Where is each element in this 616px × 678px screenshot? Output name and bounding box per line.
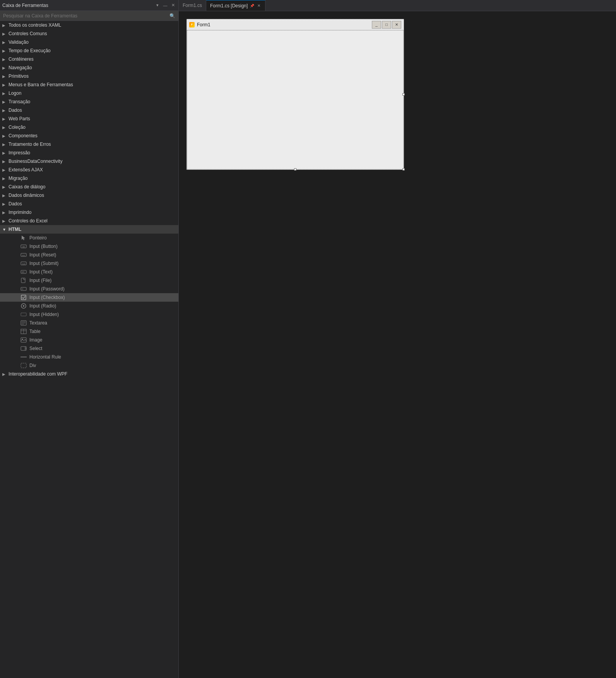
search-input[interactable] xyxy=(0,11,178,21)
category-label: Extensões AJAX xyxy=(9,167,43,172)
category-label: Tratamento de Erros xyxy=(9,142,51,147)
chevron-right-icon: ▶ xyxy=(2,193,7,198)
item-image[interactable]: Image xyxy=(0,336,178,344)
category-label: Primitivos xyxy=(9,73,29,79)
item-input-radio[interactable]: Input (Radio) xyxy=(0,302,178,310)
category-todos-xaml[interactable]: ▶ Todos os controles XAML xyxy=(0,21,178,29)
category-extensoes-ajax[interactable]: ▶ Extensões AJAX xyxy=(0,166,178,174)
category-label: Interoperabilidade com WPF xyxy=(9,371,67,377)
form-restore-button[interactable]: □ xyxy=(382,21,391,29)
category-label: Controles do Excel xyxy=(9,218,48,224)
item-input-submit[interactable]: SUB Input (Submit) xyxy=(0,259,178,268)
tab-form1-cs[interactable]: Form1.cs xyxy=(179,0,206,11)
chevron-right-icon: ▶ xyxy=(2,125,7,130)
pointer-icon xyxy=(20,235,27,241)
category-menus-barra[interactable]: ▶ Menus e Barra de Ferramentas xyxy=(0,80,178,89)
item-ponteiro[interactable]: Ponteiro xyxy=(0,234,178,242)
item-input-text[interactable]: ab| Input (Text) xyxy=(0,268,178,276)
chevron-right-icon: ▶ xyxy=(2,57,7,61)
tab-form1-design[interactable]: Form1.cs [Design] 📌 ✕ xyxy=(206,0,265,11)
item-input-text-label: Input (Text) xyxy=(29,269,53,275)
category-componentes[interactable]: ▶ Componentes xyxy=(0,132,178,140)
chevron-right-icon: ▶ xyxy=(2,142,7,147)
chevron-right-icon: ▶ xyxy=(2,176,7,181)
category-label: Contêineres xyxy=(9,56,34,62)
textarea-icon xyxy=(20,320,27,326)
item-input-button[interactable]: OK Input (Button) xyxy=(0,242,178,251)
category-primitivos[interactable]: ▶ Primitivos xyxy=(0,72,178,80)
form-body[interactable] xyxy=(187,30,404,169)
toolbox-close-button[interactable]: ✕ xyxy=(170,2,176,9)
chevron-right-icon: ▶ xyxy=(2,23,7,27)
category-label: Coleção xyxy=(9,125,26,130)
resize-handle-bottom-right[interactable] xyxy=(402,168,405,171)
toolbox-minimize-button[interactable]: — xyxy=(162,2,168,9)
category-dados[interactable]: ▶ Dados xyxy=(0,106,178,114)
item-table[interactable]: Table xyxy=(0,327,178,336)
item-div-label: Div xyxy=(29,363,36,368)
toolbox-pin-button[interactable]: ▾ xyxy=(154,2,161,9)
chevron-right-icon: ▶ xyxy=(2,151,7,155)
category-dados-dinamicos[interactable]: ▶ Dados dinâmicos xyxy=(0,191,178,200)
category-label: Navegação xyxy=(9,65,32,70)
category-label: Componentes xyxy=(9,133,38,138)
item-div[interactable]: Div xyxy=(0,361,178,370)
category-label: Caixas de diálogo xyxy=(9,184,45,190)
section-html-label: HTML xyxy=(9,227,21,232)
category-caixas-dialogo[interactable]: ▶ Caixas de diálogo xyxy=(0,183,178,191)
item-input-hidden[interactable]: Input (Hidden) xyxy=(0,310,178,319)
category-migracao[interactable]: ▶ Migração xyxy=(0,174,178,183)
category-controles-excel[interactable]: ▶ Controles do Excel xyxy=(0,217,178,225)
category-interoperabilidade[interactable]: ▶ Interoperabilidade com WPF xyxy=(0,370,178,378)
item-input-password-label: Input (Password) xyxy=(29,286,65,292)
resize-handle-bottom-center[interactable] xyxy=(294,168,296,171)
toolbox-list: ▶ Todos os controles XAML ▶ Controles Co… xyxy=(0,21,178,678)
category-validacao[interactable]: ▶ Validação xyxy=(0,38,178,46)
item-input-password[interactable]: •• Input (Password) xyxy=(0,285,178,293)
item-input-radio-label: Input (Radio) xyxy=(29,303,56,309)
category-imprimindo[interactable]: ▶ Imprimindo xyxy=(0,208,178,217)
item-input-reset[interactable]: RST Input (Reset) xyxy=(0,251,178,259)
resize-handle-right-center[interactable] xyxy=(402,93,405,96)
toolbox-titlebar: Caixa de Ferramentas ▾ — ✕ xyxy=(0,0,178,11)
category-conteineres[interactable]: ▶ Contêineres xyxy=(0,55,178,63)
table-icon xyxy=(20,328,27,335)
category-label: Tempo de Execução xyxy=(9,48,51,53)
form-window: F Form1 _ □ ✕ xyxy=(187,19,404,170)
chevron-right-icon: ▶ xyxy=(2,49,7,53)
category-impressao[interactable]: ▶ Impressão xyxy=(0,149,178,157)
form-container: F Form1 _ □ ✕ xyxy=(187,19,404,170)
category-web-parts[interactable]: ▶ Web Parts xyxy=(0,114,178,123)
tab-close-button[interactable]: ✕ xyxy=(257,3,261,8)
item-horizontal-rule-label: Horizontal Rule xyxy=(29,354,61,360)
category-label: Controles Comuns xyxy=(9,31,47,36)
item-input-file-label: Input (File) xyxy=(29,278,51,283)
category-business-data[interactable]: ▶ BusinessDataConnectivity xyxy=(0,157,178,166)
form-close-button[interactable]: ✕ xyxy=(392,21,401,29)
item-select[interactable]: Select xyxy=(0,344,178,353)
checkbox-icon xyxy=(20,294,27,301)
chevron-right-icon: ▶ xyxy=(2,168,7,172)
category-colecao[interactable]: ▶ Coleção xyxy=(0,123,178,132)
item-textarea-label: Textarea xyxy=(29,320,47,326)
category-controles-comuns[interactable]: ▶ Controles Comuns xyxy=(0,29,178,38)
design-surface[interactable]: F Form1 _ □ ✕ xyxy=(179,11,616,678)
category-transacao[interactable]: ▶ Transação xyxy=(0,97,178,106)
category-tempo-execucao[interactable]: ▶ Tempo de Execução xyxy=(0,46,178,55)
item-input-checkbox[interactable]: Input (Checkbox) xyxy=(0,293,178,302)
item-horizontal-rule[interactable]: Horizontal Rule xyxy=(0,353,178,361)
item-input-file[interactable]: Input (File) xyxy=(0,276,178,285)
category-tratamento-erros[interactable]: ▶ Tratamento de Erros xyxy=(0,140,178,149)
chevron-right-icon: ▶ xyxy=(2,159,7,164)
pin-icon: 📌 xyxy=(250,4,254,8)
category-dados2[interactable]: ▶ Dados xyxy=(0,200,178,208)
form-minimize-button[interactable]: _ xyxy=(372,21,381,29)
category-logon[interactable]: ▶ Logon xyxy=(0,89,178,97)
section-html[interactable]: ▼ HTML xyxy=(0,225,178,234)
chevron-right-icon: ▶ xyxy=(2,185,7,189)
category-navegacao[interactable]: ▶ Navegação xyxy=(0,63,178,72)
category-label: Validação xyxy=(9,39,29,45)
category-label: Dados dinâmicos xyxy=(9,193,44,198)
svg-text:RST: RST xyxy=(22,254,26,256)
item-textarea[interactable]: Textarea xyxy=(0,319,178,327)
